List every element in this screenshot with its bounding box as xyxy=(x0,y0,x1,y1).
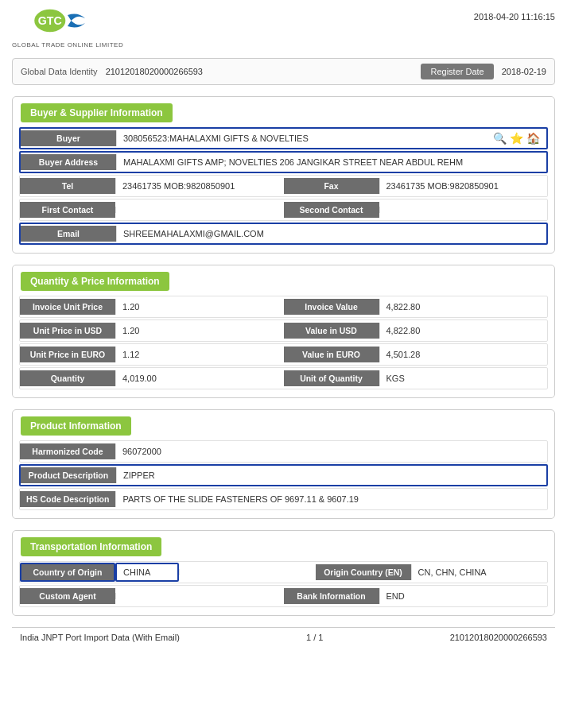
invoice-value-label: Invoice Value xyxy=(284,299,379,315)
quantity-price-title: Quantity & Price Information xyxy=(21,272,169,291)
usd-row: Unit Price in USD 1.20 Value in USD 4,82… xyxy=(19,319,548,342)
page-header: GTC GLOBAL TRADE ONLINE LIMITED 2018-04-… xyxy=(12,8,555,48)
quantity-value: 4,019.00 xyxy=(115,370,284,386)
buyer-value: 308056523:MAHALAXMI GIFTS & NOVELTIES xyxy=(116,130,487,146)
first-contact-label: First Contact xyxy=(20,202,115,218)
quantity-price-section: Quantity & Price Information Invoice Uni… xyxy=(12,265,555,398)
logo-area: GTC GLOBAL TRADE ONLINE LIMITED xyxy=(12,8,123,48)
tel-value: 23461735 MOB:9820850901 xyxy=(115,178,284,194)
buyer-address-row: Buyer Address MAHALAXMI GIFTS AMP; NOVEL… xyxy=(19,151,548,173)
buyer-address-label: Buyer Address xyxy=(21,154,116,170)
contact-row: First Contact Second Contact xyxy=(19,199,548,221)
footer-right: 21012018020000266593 xyxy=(450,633,547,642)
gdi-value: 21012018020000266593 xyxy=(106,67,414,76)
register-date-button[interactable]: Register Date xyxy=(421,64,493,79)
value-usd-label: Value in USD xyxy=(284,323,379,339)
harmonized-code-value: 96072000 xyxy=(115,443,547,459)
fax-value: 23461735 MOB:9820850901 xyxy=(379,178,548,194)
email-row: Email SHREEMAHALAXMI@GMAIL.COM xyxy=(19,223,548,245)
invoice-value-value: 4,822.80 xyxy=(379,299,548,315)
product-info-title: Product Information xyxy=(21,416,131,436)
first-contact-value xyxy=(115,207,284,213)
unit-quantity-label: Unit of Quantity xyxy=(284,370,379,386)
gdi-label: Global Data Identity xyxy=(21,67,98,76)
fax-label: Fax xyxy=(284,178,379,194)
country-origin-row: Country of Origin CHINA Origin Country (… xyxy=(19,561,548,583)
invoice-unit-row: Invoice Unit Price 1.20 Invoice Value 4,… xyxy=(19,296,548,318)
unit-price-euro-label: Unit Price in EURO xyxy=(20,347,115,362)
product-desc-label: Product Description xyxy=(21,467,116,483)
custom-agent-label: Custom Agent xyxy=(20,588,115,604)
country-origin-label: Country of Origin xyxy=(20,563,115,582)
product-desc-row: Product Description ZIPPER xyxy=(19,464,548,486)
register-date-value: 2018-02-19 xyxy=(502,67,546,76)
buyer-supplier-section: Buyer & Supplier Information Buyer 30805… xyxy=(12,96,555,254)
tel-label: Tel xyxy=(20,178,115,194)
invoice-unit-price-value: 1.20 xyxy=(115,299,284,315)
svg-text:GTC: GTC xyxy=(38,14,62,27)
country-origin-value: CHINA xyxy=(115,563,179,582)
product-info-section: Product Information Harmonized Code 9607… xyxy=(12,409,555,519)
bank-info-value: END xyxy=(379,588,548,604)
product-desc-value: ZIPPER xyxy=(116,467,546,483)
unit-price-usd-value: 1.20 xyxy=(115,323,284,339)
star-icon[interactable]: ⭐ xyxy=(510,132,523,145)
email-label: Email xyxy=(21,226,116,242)
unit-price-usd-label: Unit Price in USD xyxy=(20,323,115,339)
search-icon[interactable]: 🔍 xyxy=(493,132,507,145)
footer-center: 1 / 1 xyxy=(306,633,323,642)
transport-section: Transportation Information Country of Or… xyxy=(12,530,555,616)
value-euro-label: Value in EURO xyxy=(284,347,379,362)
harmonized-code-row: Harmonized Code 96072000 xyxy=(19,440,548,463)
origin-country-en-label: Origin Country (EN) xyxy=(316,564,411,580)
second-contact-label: Second Contact xyxy=(284,202,379,218)
gdi-row: Global Data Identity 2101201802000026659… xyxy=(12,58,555,85)
hs-code-value: PARTS OF THE SLIDE FASTENERS OF 9697.11 … xyxy=(115,491,547,507)
hs-code-label: HS Code Description xyxy=(20,491,115,507)
value-usd-value: 4,822.80 xyxy=(379,323,548,339)
unit-price-euro-value: 1.12 xyxy=(115,347,284,362)
harmonized-code-label: Harmonized Code xyxy=(20,443,115,459)
transport-title: Transportation Information xyxy=(21,537,161,556)
header-datetime: 2018-04-20 11:16:15 xyxy=(474,8,555,21)
tel-fax-row: Tel 23461735 MOB:9820850901 Fax 23461735… xyxy=(19,175,548,197)
unit-quantity-value: KGS xyxy=(379,370,548,386)
invoice-unit-price-label: Invoice Unit Price xyxy=(20,299,115,315)
footer-left: India JNPT Port Import Data (With Email) xyxy=(20,633,180,642)
buyer-address-value: MAHALAXMI GIFTS AMP; NOVELTIES 206 JANGI… xyxy=(116,154,546,170)
logo-icon: GTC xyxy=(28,8,107,40)
home-icon[interactable]: 🏠 xyxy=(526,132,540,145)
second-contact-value xyxy=(379,207,548,213)
logo-tagline: GLOBAL TRADE ONLINE LIMITED xyxy=(12,41,123,48)
quantity-label: Quantity xyxy=(20,370,115,386)
buyer-row: Buyer 308056523:MAHALAXMI GIFTS & NOVELT… xyxy=(19,127,548,149)
origin-country-en-value: CN, CHN, CHINA xyxy=(411,564,548,580)
bank-info-label: Bank Information xyxy=(284,588,379,604)
euro-row: Unit Price in EURO 1.12 Value in EURO 4,… xyxy=(19,343,548,366)
custom-bank-row: Custom Agent Bank Information END xyxy=(19,585,548,607)
page-footer: India JNPT Port Import Data (With Email)… xyxy=(12,627,555,647)
custom-agent-value xyxy=(115,593,284,599)
buyer-supplier-title: Buyer & Supplier Information xyxy=(21,103,173,122)
country-origin-spacer xyxy=(179,569,316,575)
quantity-row: Quantity 4,019.00 Unit of Quantity KGS xyxy=(19,367,548,389)
email-value: SHREEMAHALAXMI@GMAIL.COM xyxy=(116,226,546,242)
buyer-icons: 🔍 ⭐ 🏠 xyxy=(487,132,546,145)
buyer-label: Buyer xyxy=(21,130,116,146)
hs-code-row: HS Code Description PARTS OF THE SLIDE F… xyxy=(19,488,548,510)
value-euro-value: 4,501.28 xyxy=(379,347,548,362)
